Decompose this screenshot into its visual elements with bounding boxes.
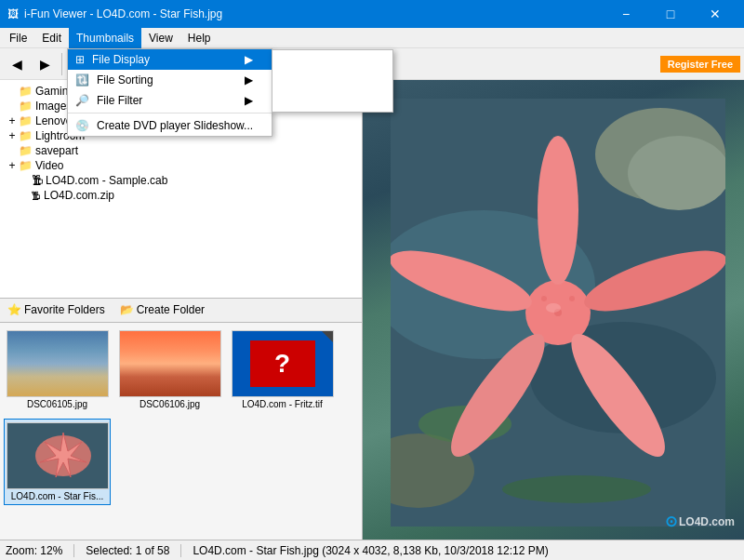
expand-icon — [6, 144, 19, 157]
thumb-item-dsc06106[interactable]: DSC06106.jpg — [116, 327, 223, 413]
file-filter-label: File Filter — [97, 94, 142, 107]
thumbnails-option[interactable]: ✓ Thumbnails — [272, 50, 392, 71]
expand-icon — [19, 189, 32, 202]
menu-separator — [68, 113, 272, 113]
thumb-label: DSC06105.jpg — [27, 399, 87, 409]
lo4d-text: LO4D.com — [679, 515, 735, 528]
thumb-image-3: ? — [232, 330, 334, 397]
menu-view[interactable]: View — [141, 28, 180, 48]
starfish-svg — [391, 99, 725, 527]
lo4d-watermark: ⊙ LO4D.com — [665, 513, 735, 530]
folder-icon: 📁 — [19, 159, 33, 172]
filenames-option[interactable]: Filenames — [272, 91, 392, 112]
svg-point-19 — [541, 296, 547, 301]
menu-file[interactable]: File — [2, 28, 34, 48]
thumb-image-2 — [119, 330, 221, 397]
create-folder-button[interactable]: 📂 Create Folder — [116, 301, 208, 318]
status-sep-2 — [180, 544, 181, 557]
expand-icon: + — [6, 159, 19, 172]
svg-point-20 — [546, 303, 561, 313]
tree-item-video[interactable]: + 📁 Video — [4, 158, 358, 173]
thumbnails-label: Thumbnails — [313, 54, 371, 67]
next-button[interactable]: ▶ — [32, 51, 58, 77]
maximize-button[interactable]: □ — [649, 0, 692, 28]
thumb-item-dsc06105[interactable]: DSC06105.jpg — [4, 327, 111, 413]
favorite-label: Favorite Folders — [24, 303, 105, 316]
file-display-menu-item[interactable]: ⊞ File Display ▶ ✓ Thumbnails Small Thum… — [68, 49, 272, 70]
window-controls: − □ ✕ — [604, 0, 737, 28]
tree-item-lo4d-zip[interactable]: 🗜 LO4D.com.zip — [4, 188, 358, 203]
archive-icon: 🗜 — [32, 174, 43, 187]
folder-icon: 📁 — [19, 100, 33, 113]
expand-icon — [6, 100, 19, 113]
close-button[interactable]: ✕ — [694, 0, 737, 28]
svg-point-12 — [538, 136, 578, 285]
small-thumbs-option[interactable]: Small Thumbs — [272, 71, 392, 91]
thumb-label: LO4D.com - Fritz.tif — [242, 399, 323, 409]
starfish-display — [363, 80, 744, 540]
arrow-icon: ▶ — [245, 94, 253, 107]
archive-icon: 🗜 — [32, 191, 41, 201]
tree-item-savepart[interactable]: 📁 savepart — [4, 143, 358, 158]
filenames-label: Filenames — [302, 95, 353, 108]
grid-icon: ⊞ — [75, 53, 85, 66]
zoom-status: Zoom: 12% — [6, 544, 62, 557]
expand-icon: + — [6, 129, 19, 142]
file-sorting-menu-item[interactable]: 🔃 File Sorting ▶ — [68, 70, 272, 90]
star-icon: ⭐ — [7, 303, 21, 316]
status-sep-1 — [73, 544, 74, 557]
register-button[interactable]: Register Free — [660, 56, 740, 73]
file-filter-menu-item[interactable]: 🔎 File Filter ▶ — [68, 90, 272, 111]
small-thumbs-label: Small Thumbs — [302, 74, 373, 87]
status-bar: Zoom: 12% Selected: 1 of 58 LO4D.com - S… — [0, 540, 744, 560]
dvd-slideshow-menu-item[interactable]: 💿 Create DVD player Slideshow... — [68, 115, 272, 136]
folder-icon: 📁 — [19, 129, 33, 142]
file-sorting-label: File Sorting — [97, 73, 153, 87]
menu-help[interactable]: Help — [180, 28, 219, 48]
thumb-label: DSC06106.jpg — [140, 399, 200, 409]
filter-icon: 🔎 — [75, 94, 89, 107]
question-inner: ? — [250, 340, 315, 387]
folder-icon: 📁 — [19, 85, 33, 98]
expand-icon: + — [6, 114, 19, 127]
window-title: i-Fun Viewer - LO4D.com - Star Fish.jpg — [24, 7, 222, 20]
lo4d-icon: ⊙ — [665, 513, 677, 530]
arrow-icon: ▶ — [245, 53, 253, 66]
main-area: 📁 Gaming 📁 Images + 📁 Lenovo + 📁 Lightro… — [0, 80, 744, 540]
file-info-status: LO4D.com - Star Fish.jpg (3024 x 4032, 8… — [193, 544, 548, 557]
folder-toolbar: ⭐ Favorite Folders 📂 Create Folder — [0, 299, 362, 323]
folder-add-icon: 📂 — [120, 303, 134, 316]
dvd-slideshow-label: Create DVD player Slideshow... — [97, 119, 253, 132]
favorite-folders-button[interactable]: ⭐ Favorite Folders — [4, 301, 109, 318]
tif-corner — [322, 331, 333, 342]
tree-label: Video — [35, 159, 63, 172]
thumb-item-starfish[interactable]: LO4D.com - Star Fis... — [4, 419, 111, 505]
expand-icon — [6, 85, 19, 98]
arrow-icon: ▶ — [245, 73, 253, 87]
menu-thumbnails[interactable]: Thumbnails — [69, 28, 141, 48]
svg-point-10 — [502, 475, 651, 503]
menu-edit[interactable]: Edit — [34, 28, 69, 48]
toolbar-sep-1 — [61, 53, 62, 75]
thumb-label: LO4D.com - Star Fis... — [11, 491, 103, 501]
folder-icon: 📁 — [19, 114, 33, 127]
check-icon: ✓ — [297, 54, 306, 67]
file-display-submenu: ✓ Thumbnails Small Thumbs Filenames — [272, 49, 392, 113]
thumbnail-area: DSC06105.jpg DSC06106.jpg ? LO4D.com - F… — [0, 323, 362, 540]
tree-item-sample-cab[interactable]: 🗜 LO4D.com - Sample.cab — [4, 173, 358, 188]
folder-icon: 📁 — [19, 144, 33, 157]
minimize-button[interactable]: − — [604, 0, 647, 28]
app-icon: 🖼 — [7, 7, 19, 20]
thumb-item-fritz-tif[interactable]: ? LO4D.com - Fritz.tif — [229, 327, 336, 413]
left-panel: 📁 Gaming 📁 Images + 📁 Lenovo + 📁 Lightro… — [0, 80, 363, 540]
question-text: ? — [274, 349, 290, 379]
prev-button[interactable]: ◀ — [4, 51, 30, 77]
image-view: ⊙ LO4D.com — [363, 80, 744, 540]
tree-label: LO4D.com - Sample.cab — [46, 174, 167, 187]
thumbnails-menu: ⊞ File Display ▶ ✓ Thumbnails Small Thum… — [67, 48, 272, 137]
file-display-label: File Display — [92, 53, 150, 66]
selected-status: Selected: 1 of 58 — [86, 544, 169, 557]
title-bar: 🖼 i-Fun Viewer - LO4D.com - Star Fish.jp… — [0, 0, 744, 28]
svg-point-18 — [569, 296, 575, 301]
expand-icon — [19, 174, 32, 187]
